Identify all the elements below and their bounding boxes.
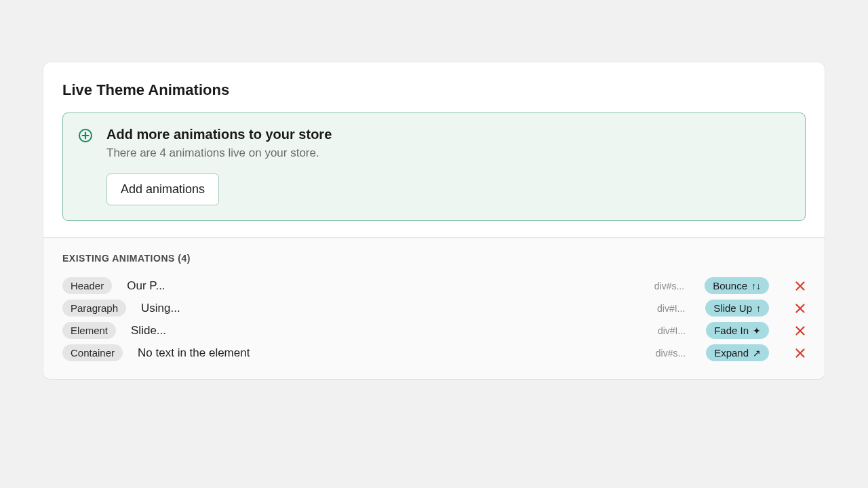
animations-list: HeaderOur P...div#s...Bounce↑↓ Paragraph… — [62, 274, 806, 364]
animation-label: Slide Up — [713, 302, 752, 314]
animation-label: Expand — [714, 347, 749, 359]
bounce-icon: ↑↓ — [751, 281, 761, 291]
element-selector: div#s... — [645, 348, 686, 359]
page-title: Live Theme Animations — [62, 81, 806, 99]
animation-label: Fade In — [714, 325, 749, 336]
existing-animations-heading: EXISTING ANIMATIONS (4) — [62, 253, 806, 264]
element-selector: div#I... — [644, 303, 685, 314]
card-top-section: Live Theme Animations Add more animation… — [43, 62, 825, 237]
element-text-preview: No text in the element — [132, 346, 250, 360]
animation-type-badge[interactable]: Bounce↑↓ — [705, 277, 769, 294]
delete-animation-button[interactable] — [795, 303, 806, 314]
delete-animation-button[interactable] — [795, 281, 806, 291]
element-type-badge: Header — [62, 277, 112, 294]
delete-animation-button[interactable] — [795, 325, 806, 336]
close-icon — [795, 348, 806, 359]
element-type-cell: Paragraph — [62, 300, 126, 317]
element-selector: div#I... — [645, 325, 686, 336]
sparkle-icon: ✦ — [753, 325, 761, 336]
element-text-preview: Using... — [136, 302, 180, 315]
close-icon — [795, 325, 806, 336]
animation-row: ContainerNo text in the elementdiv#s...E… — [62, 342, 806, 364]
element-type-cell: Container — [62, 344, 123, 361]
element-type-cell: Header — [62, 277, 112, 294]
animation-type-badge[interactable]: Expand↗ — [706, 344, 769, 361]
animations-card: Live Theme Animations Add more animation… — [43, 62, 825, 379]
animation-type-cell: Slide Up↑ — [705, 300, 769, 317]
animation-type-cell: Fade In✦ — [706, 322, 769, 339]
add-animations-button[interactable]: Add animations — [106, 174, 219, 205]
element-type-badge: Container — [62, 344, 123, 361]
element-type-badge: Element — [62, 322, 116, 339]
element-selector: div#s... — [644, 281, 684, 291]
close-icon — [795, 303, 806, 314]
arrow-up-icon: ↑ — [756, 303, 761, 314]
plus-circle-icon — [78, 128, 93, 146]
animation-type-badge[interactable]: Slide Up↑ — [705, 300, 769, 317]
banner-subtitle: There are 4 animations live on your stor… — [106, 146, 790, 160]
animation-type-cell: Bounce↑↓ — [705, 277, 769, 294]
element-text-preview: Our P... — [121, 279, 165, 293]
expand-icon: ↗ — [753, 348, 761, 359]
animation-row: ParagraphUsing...div#I...Slide Up↑ — [62, 297, 806, 319]
animation-label: Bounce — [713, 280, 747, 291]
delete-animation-button[interactable] — [795, 348, 806, 359]
animation-type-badge[interactable]: Fade In✦ — [706, 322, 769, 339]
element-type-badge: Paragraph — [62, 300, 126, 317]
close-icon — [795, 281, 806, 291]
animation-row: HeaderOur P...div#s...Bounce↑↓ — [62, 274, 806, 297]
banner-body: Add more animations to your store There … — [106, 127, 790, 205]
animation-type-cell: Expand↗ — [706, 344, 769, 361]
animation-row: ElementSlide...div#I...Fade In✦ — [62, 319, 806, 342]
element-text-preview: Slide... — [125, 324, 166, 338]
element-type-cell: Element — [62, 322, 116, 339]
existing-animations-section: EXISTING ANIMATIONS (4) HeaderOur P...di… — [43, 237, 825, 379]
add-animations-banner: Add more animations to your store There … — [62, 113, 806, 221]
banner-title: Add more animations to your store — [106, 127, 790, 142]
